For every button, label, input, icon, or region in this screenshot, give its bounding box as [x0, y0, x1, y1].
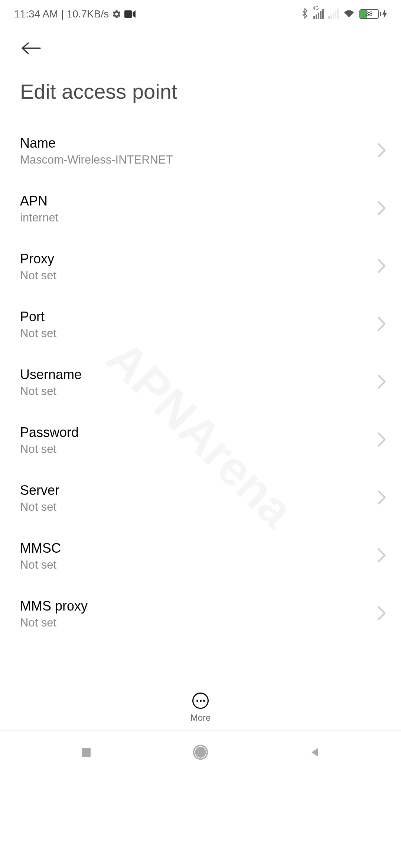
setting-item-apn[interactable]: APN internet	[0, 180, 401, 238]
status-time: 11:34 AM	[14, 8, 58, 20]
chevron-right-icon	[377, 316, 386, 333]
nav-back-button[interactable]	[308, 746, 322, 760]
setting-label: MMS proxy	[20, 598, 88, 614]
setting-label: Server	[20, 483, 59, 498]
nav-home-button[interactable]	[192, 744, 209, 762]
status-left: 11:34 AM | 10.7KB/s	[14, 8, 136, 20]
setting-value: Not set	[20, 500, 59, 514]
setting-value: Not set	[20, 385, 82, 398]
signal-4g-icon: 4G	[313, 9, 324, 19]
svg-rect-0	[124, 10, 132, 18]
bottom-menu: More	[0, 687, 401, 723]
svg-rect-2	[82, 748, 91, 757]
dot-icon	[203, 700, 205, 702]
setting-label: Username	[20, 367, 82, 382]
setting-label: Proxy	[20, 251, 56, 267]
status-separator: |	[61, 8, 63, 20]
setting-label: Password	[20, 425, 79, 440]
setting-value: Mascom-Wireless-INTERNET	[20, 153, 173, 167]
setting-item-mms-proxy[interactable]: MMS proxy Not set	[0, 585, 401, 643]
status-right: 4G 38	[301, 8, 387, 20]
dot-icon	[200, 700, 202, 702]
more-button[interactable]	[192, 693, 209, 709]
bluetooth-icon	[301, 8, 309, 20]
navigation-bar	[0, 730, 401, 775]
setting-item-username[interactable]: Username Not set	[0, 354, 401, 411]
setting-value: Not set	[20, 558, 61, 572]
setting-value: Not set	[20, 616, 88, 629]
setting-value: Not set	[20, 443, 79, 456]
setting-item-proxy[interactable]: Proxy Not set	[0, 238, 401, 296]
more-label: More	[190, 713, 211, 723]
chevron-right-icon	[377, 548, 386, 564]
wifi-icon	[343, 9, 355, 20]
camera-icon	[124, 10, 136, 18]
back-arrow-icon	[20, 41, 42, 56]
back-button[interactable]	[0, 26, 401, 57]
setting-value: Not set	[20, 269, 56, 282]
dot-icon	[196, 700, 198, 702]
chevron-right-icon	[377, 432, 386, 448]
chevron-right-icon	[377, 374, 386, 391]
setting-item-server[interactable]: Server Not set	[0, 469, 401, 527]
chevron-right-icon	[377, 201, 386, 217]
settings-list: Name Mascom-Wireless-INTERNET APN intern…	[0, 115, 401, 650]
nav-recent-button[interactable]	[79, 746, 93, 760]
setting-value: Not set	[20, 327, 56, 340]
setting-item-mmsc[interactable]: MMSC Not set	[0, 527, 401, 585]
status-bar: 11:34 AM | 10.7KB/s 4G	[0, 0, 401, 26]
setting-item-password[interactable]: Password Not set	[0, 411, 401, 469]
chevron-right-icon	[377, 143, 386, 159]
svg-point-4	[196, 747, 205, 757]
setting-value: internet	[20, 211, 58, 224]
page-title: Edit access point	[0, 57, 401, 115]
chevron-right-icon	[377, 490, 386, 506]
setting-item-port[interactable]: Port Not set	[0, 296, 401, 354]
battery-icon: 38	[359, 9, 387, 19]
chevron-right-icon	[377, 606, 386, 622]
signal-no-sim-icon	[328, 9, 339, 19]
setting-label: Name	[20, 135, 173, 151]
setting-label: Port	[20, 309, 56, 325]
gear-icon	[112, 9, 121, 19]
chevron-right-icon	[377, 259, 386, 275]
setting-label: MMSC	[20, 540, 61, 556]
setting-label: APN	[20, 193, 58, 209]
setting-item-name[interactable]: Name Mascom-Wireless-INTERNET	[0, 122, 401, 180]
status-data-rate: 10.7KB/s	[67, 8, 109, 20]
